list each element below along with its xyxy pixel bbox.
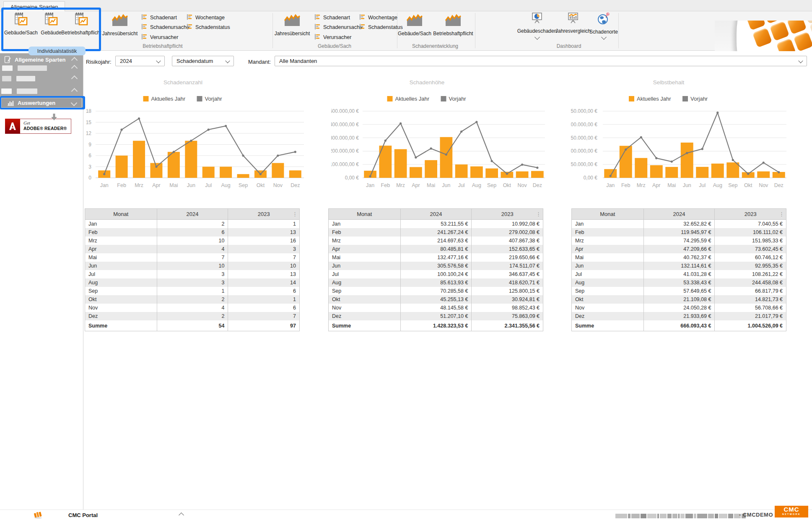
table-menu-icon[interactable]: ⋮ xyxy=(536,211,541,218)
table-menu-icon[interactable]: ⋮ xyxy=(292,211,298,218)
column-header[interactable]: Monat xyxy=(85,209,157,219)
svg-text:9: 9 xyxy=(88,142,91,148)
ribbon-button-jahresuebersicht-gs[interactable]: Jahresübersicht xyxy=(267,12,317,36)
table-cell: 98.852,43 € xyxy=(471,304,543,312)
table-cell: 30.924,81 € xyxy=(471,295,543,304)
ribbon-item-verursacher-bhp[interactable]: Verursacher xyxy=(141,34,178,41)
table-cell: 6 xyxy=(228,287,299,295)
table-cell: 7 xyxy=(228,253,299,262)
ribbon-item-schadenart-bhp[interactable]: Schadenart xyxy=(141,14,177,21)
table-cell: 21.933,69 € xyxy=(643,312,715,320)
bar-list-icon xyxy=(187,14,193,21)
ribbon-item-wochentage-bhp[interactable]: Wochentage xyxy=(187,14,225,21)
svg-text:Apr: Apr xyxy=(652,182,660,188)
column-header[interactable]: 2023 xyxy=(471,209,543,219)
table-cell: 666.093,43 € xyxy=(643,320,715,331)
ribbon-item-verursacher-gs[interactable]: Verursacher xyxy=(314,34,351,41)
table-cell: 407.867,38 € xyxy=(471,237,543,245)
chevron-down-icon[interactable] xyxy=(601,34,607,40)
redacted-sidebar-row[interactable] xyxy=(2,75,35,83)
bar-line-chart: SchadenanzahlAktuelles JahrVorjahr036912… xyxy=(86,78,324,193)
table-cell: 132.114,61 € xyxy=(643,262,715,270)
sidebar-item-allgemeine-sparten[interactable]: Allgemeine Sparten xyxy=(4,56,65,63)
ribbon-item-schadenursache-gs[interactable]: Schadenursache xyxy=(314,23,363,31)
svg-text:400.000,00 €: 400.000,00 € xyxy=(331,122,359,127)
table-row: Apr47.209,66 €73.602,45 € xyxy=(572,245,786,253)
item-label: Verursacher xyxy=(323,34,351,40)
get-adobe-reader-badge[interactable]: Get ADOBE® READER® xyxy=(5,119,71,134)
table-cell: 152.633,65 € xyxy=(471,245,543,253)
svg-text:15: 15 xyxy=(86,120,92,125)
risikojahr-select[interactable]: 2024 xyxy=(115,56,165,66)
mandant-label: Mandant: xyxy=(248,59,271,65)
table-cell: 2 xyxy=(157,295,228,304)
column-header[interactable]: 2024 xyxy=(643,209,715,219)
table-cell: Mai xyxy=(329,253,400,262)
table-row: Dez51.207,10 €75.863,09 € xyxy=(329,312,543,320)
ribbon-item-schadenstatus-bhp[interactable]: Schadenstatus xyxy=(187,23,230,31)
column-header[interactable]: Monat xyxy=(572,209,643,219)
chevron-down-icon xyxy=(156,58,161,63)
datefield-select[interactable]: Schadendatum xyxy=(172,56,234,66)
table-cell: 2.341.355,56 € xyxy=(471,320,543,331)
group-label: Schadenentwicklung xyxy=(412,43,458,49)
table-row: Jan32.652,82 €7.040,55 € xyxy=(572,220,786,228)
adobe-brand-label: ADOBE® READER® xyxy=(23,126,71,131)
svg-text:Mai: Mai xyxy=(667,182,676,188)
ribbon-item-schadenursache-bhp[interactable]: Schadenursache xyxy=(141,23,189,31)
mandant-select[interactable]: Alle Mandanten xyxy=(275,56,807,66)
table-header: Monat20242023⋮ xyxy=(85,209,299,220)
column-header[interactable]: 2023 xyxy=(228,209,299,219)
table-cell: 14.821,73 € xyxy=(714,295,786,304)
sidebar-item-auswertungen[interactable]: Auswertungen xyxy=(1,98,82,108)
table-cell: Summe xyxy=(85,320,157,331)
table-cell: 24.050,28 € xyxy=(643,304,715,312)
table-row: Okt45.255,13 €30.924,81 € xyxy=(329,295,543,304)
column-header[interactable]: 2023 xyxy=(714,209,786,219)
table-cell: Aug xyxy=(329,278,400,287)
column-header[interactable]: 2024 xyxy=(157,209,228,219)
chevron-up-icon[interactable] xyxy=(71,75,78,82)
table-row: Sep57.649,65 €66.817,79 € xyxy=(572,287,786,295)
chevron-up-icon[interactable] xyxy=(71,57,78,64)
table-cell: 47.209,66 € xyxy=(643,245,715,253)
table-row: Mai40.762,37 €60.746,12 € xyxy=(572,253,786,262)
table-row: Jan53.211,55 €10.992,08 € xyxy=(329,220,543,228)
ribbon-button-jahresuebersicht-bhp[interactable]: Jahresübersicht xyxy=(95,12,145,36)
table-menu-icon[interactable]: ⋮ xyxy=(779,211,784,218)
svg-text:Jul: Jul xyxy=(699,182,706,188)
ribbon-item-schadenart-gs[interactable]: Schadenart xyxy=(314,14,350,21)
ribbon-button-entwicklung-betriebshaftpflicht[interactable]: Betriebshaftpflicht xyxy=(428,12,478,36)
column-header[interactable]: Monat xyxy=(329,209,400,219)
column-header[interactable]: 2024 xyxy=(400,209,472,219)
svg-text:Aktuelles Jahr: Aktuelles Jahr xyxy=(637,96,671,102)
item-label: Schadenursache xyxy=(323,24,363,30)
bar-list-icon xyxy=(314,23,321,31)
table-cell: Aug xyxy=(85,278,157,287)
svg-text:Aug: Aug xyxy=(221,182,231,188)
table-cell: 241.267,24 € xyxy=(400,228,472,237)
redacted-sidebar-row[interactable] xyxy=(2,65,47,73)
table-cell: 1 xyxy=(228,295,299,304)
filter-bar: Risikojahr: 2024 Schadendatum Mandant: A… xyxy=(83,51,812,71)
chevron-down-icon[interactable] xyxy=(534,34,540,40)
table-cell: 32.652,82 € xyxy=(643,220,715,228)
svg-text:Dez: Dez xyxy=(533,182,542,188)
adobe-get-label: Get xyxy=(23,120,71,125)
redacted-sidebar-row[interactable] xyxy=(1,88,37,96)
table-cell: 2 xyxy=(157,312,228,320)
chevron-up-icon[interactable] xyxy=(71,65,78,72)
mandant-value: Alle Mandanten xyxy=(279,58,317,64)
table-cell: Mai xyxy=(572,253,643,262)
chevron-down-icon xyxy=(71,100,78,107)
svg-text:Vorjahr: Vorjahr xyxy=(205,96,223,102)
ribbon-button-schadenorte[interactable]: Schadenorte xyxy=(579,12,629,35)
table-cell: Dez xyxy=(329,312,400,320)
table-cell: Jan xyxy=(329,220,400,228)
table-cell: 7 xyxy=(157,253,228,262)
bar-list-icon xyxy=(141,34,148,41)
button-label: Jahresübersicht xyxy=(267,31,317,36)
table-cell: 41.031,28 € xyxy=(643,270,715,278)
svg-text:Feb: Feb xyxy=(621,182,630,188)
chevron-up-icon[interactable] xyxy=(71,88,78,95)
